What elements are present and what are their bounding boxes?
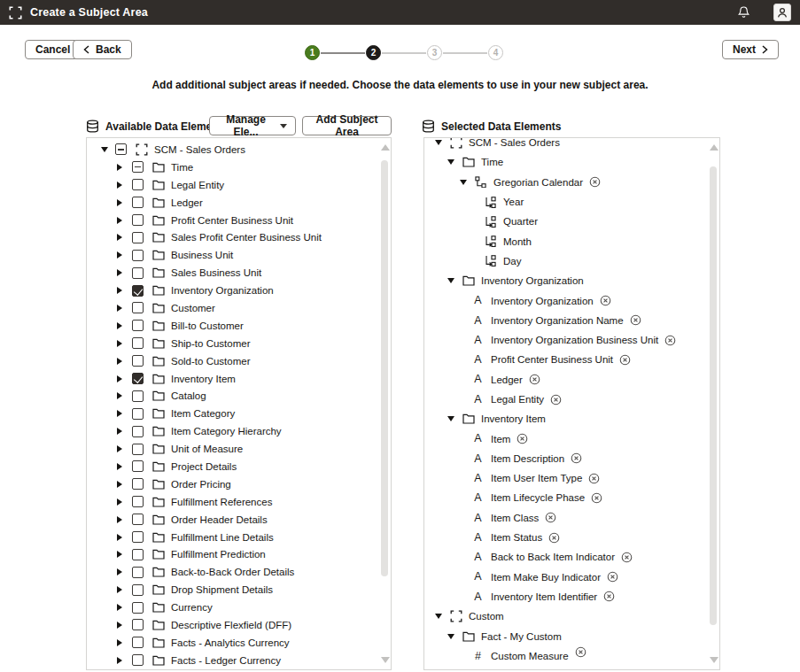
remove-icon[interactable] [575,646,586,658]
tree-item[interactable]: AProfit Center Business Unit [424,350,707,369]
tree-item[interactable]: Ledger [87,194,378,212]
tree-item[interactable]: Descriptive Flexfield (DFF) [87,616,378,634]
expand-arrow[interactable] [460,180,467,185]
tree-item[interactable]: Item Category Hierarchy [87,422,378,440]
tree-item[interactable]: Fulfillment Line Details [87,529,378,546]
manage-elements-button[interactable]: Manage Ele... [209,116,296,135]
scroll-up-icon[interactable] [381,144,390,151]
remove-icon[interactable] [621,552,633,563]
scrollbar-thumb[interactable] [710,166,717,625]
expand-arrow[interactable] [117,305,122,312]
tree-item[interactable]: Sales Profit Center Business Unit [87,228,378,246]
tree-item[interactable]: Profit Center Business Unit [87,212,378,229]
tree-item[interactable]: ALedger [424,370,707,390]
tree-item[interactable]: AItem Make Buy Indicator [424,568,707,587]
tree-item[interactable]: Catalog [87,387,378,405]
expand-arrow[interactable] [117,287,122,294]
scroll-down-icon[interactable] [710,657,718,663]
expand-arrow[interactable] [117,498,122,506]
remove-icon[interactable] [545,512,556,523]
tree-item[interactable]: Quarter [424,212,707,231]
next-button[interactable]: Next [722,40,779,59]
tree-item[interactable]: Project Details [87,458,378,475]
tree-item[interactable]: AInventory Organization Name [424,311,707,330]
tree-item[interactable]: Currency [87,599,378,616]
tree-item[interactable]: AItem Description [424,449,707,468]
checkbox[interactable] [132,549,144,560]
tree-item[interactable]: Facts - Analytics Currency [87,634,378,652]
tree-item[interactable]: Fact - My Custom [424,626,707,645]
tree-item[interactable]: Inventory Item [87,370,378,388]
add-subject-area-button[interactable]: Add Subject Area [302,116,392,135]
remove-icon[interactable] [548,532,560,544]
tree-item[interactable]: AItem Lifecycle Phase [424,488,707,507]
checkbox[interactable] [132,161,144,173]
checkbox[interactable] [132,197,144,208]
expand-arrow[interactable] [117,481,122,488]
expand-arrow[interactable] [117,551,122,558]
remove-icon[interactable] [619,354,631,366]
tree-item[interactable]: Time [424,152,707,172]
checkbox[interactable] [132,514,144,525]
expand-arrow[interactable] [117,392,122,399]
tree-item[interactable]: Customer [87,299,378,317]
expand-arrow[interactable] [117,657,122,664]
tree-item[interactable]: Fulfillment References [87,493,378,511]
expand-arrow[interactable] [447,278,454,283]
tree-item[interactable]: Day [424,251,707,271]
checkbox[interactable] [132,637,144,648]
tree-item[interactable]: AItem [424,429,707,448]
expand-arrow[interactable] [117,164,122,171]
available-scrollbar[interactable] [378,138,390,669]
scroll-down-icon[interactable] [381,657,390,663]
tree-item[interactable]: Month [424,231,707,251]
checkbox[interactable] [132,584,144,596]
avatar-icon[interactable] [773,4,791,21]
expand-arrow[interactable] [117,463,122,470]
expand-arrow[interactable] [117,340,122,347]
checkbox[interactable] [132,426,144,437]
checkbox[interactable] [132,619,144,630]
tree-item[interactable]: SCM - Sales Orders [87,141,378,158]
selected-scrollbar[interactable] [707,138,718,669]
checkbox[interactable] [132,567,144,578]
checkbox[interactable] [132,267,144,279]
checkbox[interactable] [132,531,144,543]
checkbox[interactable] [132,320,144,331]
expand-arrow[interactable] [117,568,122,575]
expand-arrow[interactable] [117,428,122,435]
expand-arrow[interactable] [117,639,122,646]
expand-arrow[interactable] [117,604,122,611]
scrollbar-thumb[interactable] [381,160,388,576]
remove-icon[interactable] [630,314,641,326]
checkbox[interactable] [132,408,144,420]
remove-icon[interactable] [588,473,600,484]
checkbox[interactable] [132,337,144,349]
expand-arrow[interactable] [447,416,454,421]
remove-icon[interactable] [600,295,611,306]
checkbox[interactable] [132,496,144,507]
expand-arrow[interactable] [117,199,122,206]
bell-icon[interactable] [737,5,750,19]
remove-icon[interactable] [517,433,528,444]
tree-item[interactable]: AItem User Item Type [424,468,707,488]
expand-arrow[interactable] [117,182,122,189]
checkbox[interactable] [132,373,144,384]
remove-icon[interactable] [571,452,582,464]
tree-item[interactable]: Facts - Ledger Currency [87,652,378,669]
tree-item[interactable]: AInventory Item Identifier [424,587,707,606]
tree-item[interactable]: Year [424,192,707,212]
tree-item[interactable]: Order Pricing [87,475,378,493]
tree-item[interactable]: Drop Shipment Details [87,581,378,599]
expand-arrow[interactable] [117,622,122,629]
tree-item[interactable]: Order Header Details [87,511,378,529]
tree-item[interactable]: AItem Status [424,528,707,547]
tree-item[interactable]: Fulfillment Prediction [87,545,378,563]
remove-icon[interactable] [550,394,562,406]
remove-icon[interactable] [607,571,618,583]
tree-item[interactable]: Time [87,158,378,176]
expand-arrow[interactable] [101,147,108,152]
tree-item[interactable]: SCM - Sales Orders [424,137,707,152]
expand-arrow[interactable] [117,534,122,541]
tree-item[interactable]: Ship-to Customer [87,335,378,352]
